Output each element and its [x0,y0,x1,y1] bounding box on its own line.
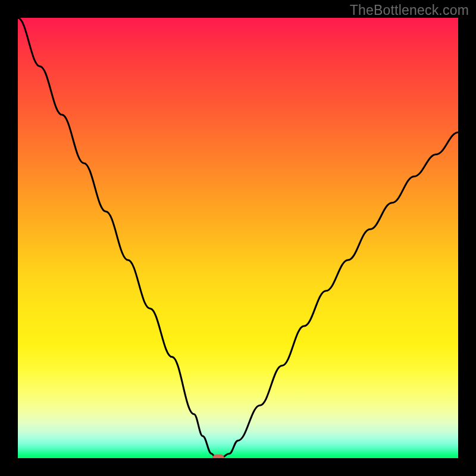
watermark-text: TheBottleneck.com [350,2,469,18]
bottleneck-curve-path [18,18,458,458]
curve-svg [18,18,458,458]
chart-frame: TheBottleneck.com [0,0,476,476]
optimal-point-marker [212,455,224,458]
plot-area [18,18,458,458]
